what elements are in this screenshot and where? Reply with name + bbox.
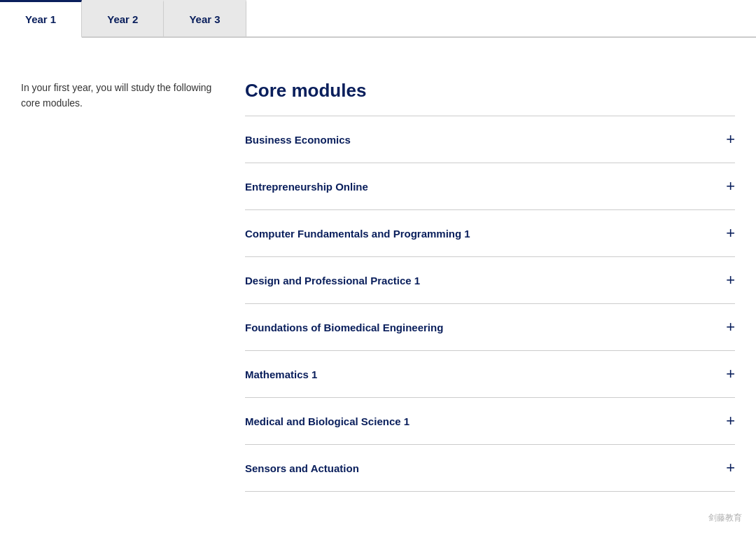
module-name: Foundations of Biomedical Engineering (245, 322, 443, 333)
watermark: 剑藤教育 (708, 512, 742, 524)
core-modules-title: Core modules (245, 80, 735, 102)
module-name: Design and Professional Practice 1 (245, 275, 420, 287)
expand-icon: + (726, 226, 735, 241)
list-item[interactable]: Mathematics 1 + (245, 350, 735, 397)
module-name: Computer Fundamentals and Programming 1 (245, 228, 470, 240)
list-item[interactable]: Computer Fundamentals and Programming 1 … (245, 209, 735, 256)
expand-icon: + (726, 132, 735, 147)
list-item[interactable]: Medical and Biological Science 1 + (245, 397, 735, 444)
module-name: Entrepreneurship Online (245, 181, 368, 193)
list-item[interactable]: Business Economics + (245, 116, 735, 163)
module-name: Mathematics 1 (245, 368, 317, 380)
list-item[interactable]: Design and Professional Practice 1 + (245, 256, 735, 303)
expand-icon: + (726, 366, 735, 382)
list-item[interactable]: Sensors and Actuation + (245, 444, 735, 492)
expand-icon: + (726, 273, 735, 288)
expand-icon: + (726, 413, 735, 429)
list-item[interactable]: Entrepreneurship Online + (245, 163, 735, 209)
tab-year1[interactable]: Year 1 (0, 0, 82, 38)
expand-icon: + (726, 319, 735, 335)
year-description: In your first year, you will study the f… (21, 80, 217, 111)
main-content: In your first year, you will study the f… (0, 38, 756, 520)
module-list: Business Economics + Entrepreneurship On… (245, 116, 735, 492)
module-name: Sensors and Actuation (245, 462, 359, 474)
module-name: Business Economics (245, 134, 351, 146)
tab-year2[interactable]: Year 2 (82, 0, 164, 36)
expand-icon: + (726, 460, 735, 476)
module-name: Medical and Biological Science 1 (245, 415, 410, 427)
tab-year3[interactable]: Year 3 (164, 0, 246, 36)
expand-icon: + (726, 179, 735, 194)
year-tabs: Year 1 Year 2 Year 3 (0, 0, 756, 38)
right-panel: Core modules Business Economics + Entrep… (245, 80, 735, 492)
list-item[interactable]: Foundations of Biomedical Engineering + (245, 303, 735, 350)
left-panel: In your first year, you will study the f… (21, 80, 217, 492)
